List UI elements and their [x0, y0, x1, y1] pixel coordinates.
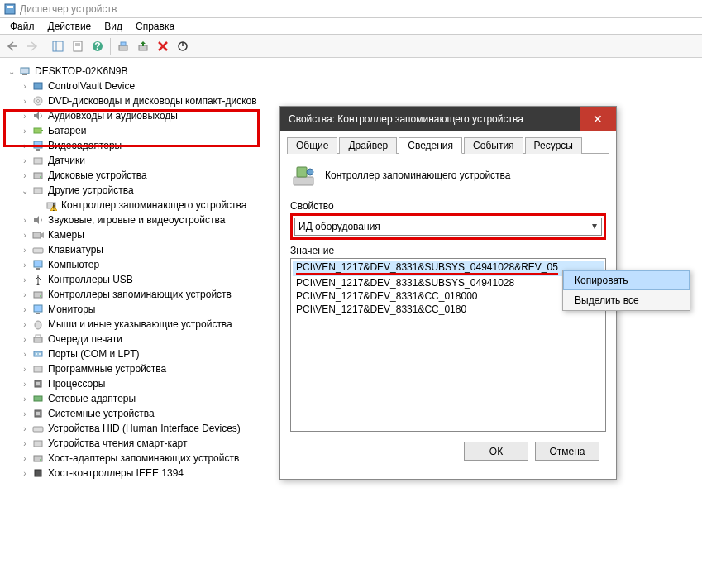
expand-icon[interactable]: › — [20, 216, 30, 225]
expand-icon[interactable]: › — [20, 275, 30, 284]
category-icon — [31, 452, 45, 465]
svg-point-38 — [40, 295, 41, 297]
tree-root[interactable]: ⌄ DESKTOP-02K6N9B — [7, 64, 695, 79]
window-title: Диспетчер устройств — [20, 3, 117, 15]
value-item[interactable]: PCI\VEN_1217&DEV_8331&SUBSYS_04941028 — [293, 276, 604, 289]
dialog-titlebar[interactable]: Свойства: Контроллер запоминающего устро… — [280, 107, 616, 131]
help-button[interactable]: ? — [88, 37, 107, 55]
tree-item-label: Порты (COM и LPT) — [48, 348, 140, 360]
value-text: PCI\VEN_1217&DEV_8331&CC_0180 — [296, 304, 466, 315]
tab-events[interactable]: События — [464, 137, 523, 154]
expand-icon[interactable]: › — [20, 365, 30, 374]
ok-button[interactable]: ОК — [464, 442, 528, 461]
value-item[interactable]: PCI\VEN_1217&DEV_8331&CC_018000 — [293, 289, 604, 303]
properties-button[interactable] — [69, 37, 87, 55]
category-icon — [31, 124, 45, 137]
expand-icon[interactable]: › — [20, 394, 30, 404]
expand-icon[interactable]: › — [20, 97, 30, 106]
expand-icon[interactable]: › — [20, 231, 30, 240]
category-icon — [31, 243, 45, 256]
svg-rect-54 — [34, 441, 42, 447]
menu-help[interactable]: Справка — [129, 19, 181, 34]
expand-icon[interactable]: › — [20, 350, 30, 359]
tab-resources[interactable]: Ресурсы — [525, 137, 582, 154]
tree-item-label: Хост-адаптеры запоминающих устройств — [48, 452, 239, 464]
tab-driver[interactable]: Драйвер — [339, 137, 397, 154]
menubar: Файл Действие Вид Справка — [0, 18, 702, 35]
forward-button[interactable] — [23, 37, 41, 55]
expand-icon[interactable]: › — [20, 246, 30, 255]
highlight-property-select — [290, 213, 606, 240]
expand-icon[interactable]: › — [20, 409, 30, 418]
expand-icon[interactable]: › — [20, 305, 30, 314]
context-copy[interactable]: Копировать — [563, 270, 690, 290]
expand-icon[interactable]: › — [20, 469, 30, 478]
tree-item-label: Контроллер запоминающего устройства — [61, 199, 247, 211]
category-icon — [31, 273, 45, 286]
svg-rect-40 — [36, 313, 40, 314]
cancel-button[interactable]: Отмена — [535, 442, 599, 461]
category-icon — [31, 213, 45, 227]
expand-icon[interactable]: › — [20, 156, 30, 165]
show-hide-tree-button[interactable] — [49, 37, 67, 55]
svg-rect-43 — [36, 335, 41, 337]
expand-icon[interactable]: ⌄ — [20, 186, 30, 195]
svg-point-60 — [307, 169, 313, 175]
expand-icon[interactable]: › — [20, 290, 30, 299]
disable-button[interactable] — [174, 37, 192, 55]
tree-item-label: Мыши и иные указывающие устройства — [48, 318, 232, 330]
back-button[interactable] — [3, 37, 21, 55]
tree-item-label: Дисковые устройства — [48, 170, 147, 181]
svg-point-46 — [39, 353, 41, 355]
dialog-tabs: Общие Драйвер Сведения События Ресурсы — [287, 136, 609, 154]
tree-item-label: Контроллеры запоминающих устройств — [48, 289, 232, 300]
category-icon — [31, 109, 45, 122]
expand-icon[interactable]: › — [20, 320, 30, 329]
tree-category[interactable]: ›ControlVault Device — [7, 79, 695, 93]
expand-icon[interactable]: › — [20, 439, 30, 448]
menu-view[interactable]: Вид — [98, 19, 129, 34]
uninstall-button[interactable] — [154, 37, 172, 55]
svg-rect-44 — [34, 351, 42, 356]
property-select[interactable] — [294, 218, 602, 236]
expand-icon[interactable]: › — [20, 454, 30, 463]
svg-rect-2 — [53, 41, 63, 51]
expand-icon[interactable]: › — [20, 112, 30, 121]
tree-item-label: Мониторы — [48, 304, 95, 315]
expand-icon[interactable]: › — [20, 141, 30, 151]
value-item[interactable]: PCI\VEN_1217&DEV_8331&SUBSYS_04941028&RE… — [293, 261, 604, 276]
toolbar-separator — [45, 38, 45, 55]
computer-icon — [18, 65, 31, 78]
category-icon — [31, 407, 45, 420]
tree-item-label: ControlVault Device — [48, 80, 135, 92]
expand-icon[interactable]: › — [20, 335, 30, 344]
value-item[interactable]: PCI\VEN_1217&DEV_8331&CC_0180 — [293, 303, 604, 316]
collapse-icon[interactable]: ⌄ — [7, 67, 17, 76]
context-select-all[interactable]: Выделить все — [563, 290, 690, 310]
expand-icon[interactable]: › — [20, 424, 30, 433]
device-name-text: Контроллер запоминающего устройства — [325, 170, 511, 181]
svg-rect-20 — [41, 130, 43, 131]
category-icon — [31, 377, 45, 390]
category-icon — [31, 303, 45, 316]
tab-details[interactable]: Сведения — [399, 137, 462, 154]
menu-action[interactable]: Действие — [41, 19, 98, 34]
svg-marker-32 — [41, 232, 44, 238]
category-icon — [31, 154, 45, 167]
expand-icon[interactable]: › — [20, 82, 30, 91]
expand-icon[interactable]: › — [20, 171, 30, 180]
category-icon — [31, 466, 45, 480]
expand-icon[interactable]: › — [20, 261, 30, 270]
tree-item-label: Сетевые адаптеры — [48, 393, 136, 404]
menu-file[interactable]: Файл — [3, 19, 41, 34]
scan-hardware-button[interactable] — [114, 37, 132, 55]
expand-icon[interactable]: › — [20, 127, 30, 136]
context-menu: Копировать Выделить все — [562, 270, 690, 311]
tree-item-label: Компьютер — [48, 259, 99, 270]
value-listbox[interactable]: PCI\VEN_1217&DEV_8331&SUBSYS_04941028&RE… — [290, 258, 606, 432]
expand-icon[interactable]: › — [20, 380, 30, 389]
svg-rect-49 — [36, 382, 40, 385]
close-button[interactable]: ✕ — [580, 107, 616, 131]
update-driver-button[interactable] — [134, 37, 152, 55]
tab-general[interactable]: Общие — [287, 137, 337, 154]
